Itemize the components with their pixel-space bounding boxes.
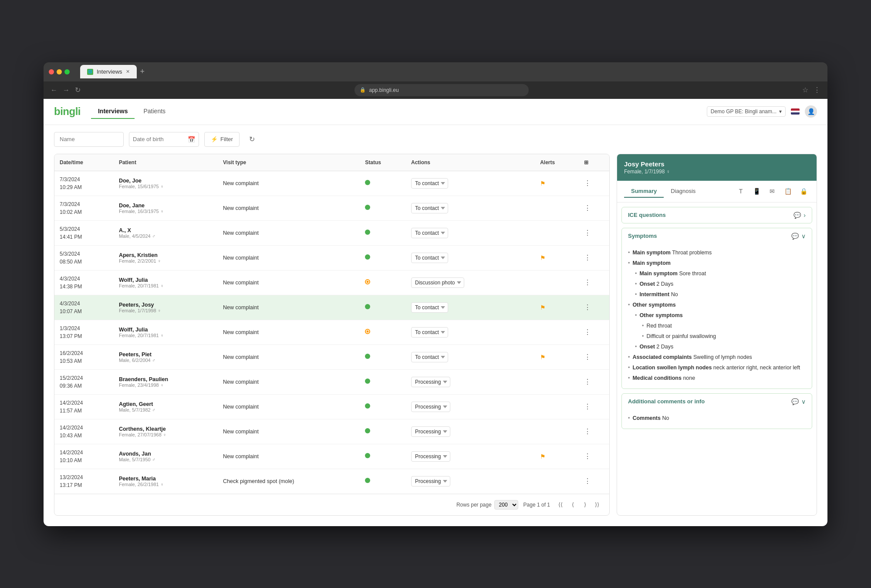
tab-diagnosis[interactable]: Diagnosis: [664, 185, 702, 198]
row-more-button[interactable]: ⋮: [584, 353, 591, 361]
row-more-button[interactable]: ⋮: [584, 278, 591, 287]
text-size-icon[interactable]: T: [735, 185, 747, 197]
action-select[interactable]: Discussion photo: [411, 277, 464, 288]
table-row[interactable]: 14/2/202411:57 AM Agtien, Geert Male, 5/…: [54, 394, 609, 419]
ice-expand-icon[interactable]: ›: [803, 212, 806, 219]
cell-action[interactable]: Processing: [406, 369, 517, 394]
action-select[interactable]: To contact: [411, 327, 448, 338]
row-more-button[interactable]: ⋮: [584, 452, 591, 460]
row-more-button[interactable]: ⋮: [584, 204, 591, 212]
new-tab-icon[interactable]: +: [140, 67, 145, 76]
action-select[interactable]: Processing: [411, 451, 450, 462]
forward-button[interactable]: →: [63, 86, 70, 94]
email-icon[interactable]: ✉: [766, 185, 778, 197]
cell-action[interactable]: To contact: [406, 345, 517, 369]
table-row[interactable]: 1/3/202413:07 PM Wolff, Julia Female, 20…: [54, 320, 609, 345]
action-select[interactable]: To contact: [411, 178, 448, 189]
row-more-button[interactable]: ⋮: [584, 253, 591, 262]
dob-input[interactable]: [133, 136, 185, 142]
cell-action[interactable]: Processing: [406, 444, 517, 469]
action-select[interactable]: To contact: [411, 302, 448, 313]
table-row[interactable]: 5/3/202408:50 AM Apers, Kristien Female,…: [54, 245, 609, 270]
table-row[interactable]: 13/2/202413:17 PM Peeters, Maria Female,…: [54, 469, 609, 493]
additional-section-header[interactable]: Additional comments or info 💬 ∨: [622, 394, 812, 409]
calendar-icon[interactable]: 📅: [188, 136, 195, 143]
user-dropdown[interactable]: Demo GP BE: Bingli anam... ▾: [707, 106, 786, 117]
table-row[interactable]: 5/3/202414:41 PM A., X Male, 4/5/2024 ♂ …: [54, 220, 609, 245]
action-select[interactable]: Processing: [411, 402, 450, 412]
symptom-label: Main symptom: [632, 260, 671, 266]
rows-select[interactable]: 200 50 100: [494, 500, 518, 510]
symptom-item: •Main symptom: [628, 258, 806, 268]
browser-tab[interactable]: 🌐 Interviews ✕: [80, 65, 137, 78]
row-more-button[interactable]: ⋮: [584, 328, 591, 336]
action-select[interactable]: To contact: [411, 228, 448, 238]
action-select[interactable]: Processing: [411, 426, 450, 437]
lock-panel-icon[interactable]: 🔒: [797, 185, 810, 197]
table-row[interactable]: 14/2/202410:10 AM Avonds, Jan Male, 5/7/…: [54, 444, 609, 469]
back-button[interactable]: ←: [51, 86, 57, 94]
bullet-icon: •: [628, 374, 630, 382]
reload-button[interactable]: ↻: [75, 86, 81, 94]
maximize-button[interactable]: [64, 69, 70, 74]
table-row[interactable]: 7/3/202410:29 AM Doe, Joe Female, 15/6/1…: [54, 171, 609, 196]
cell-action[interactable]: Processing: [406, 419, 517, 444]
table-row[interactable]: 15/2/202409:36 AM Braenders, Paulien Fem…: [54, 369, 609, 394]
cell-datetime: 14/2/202410:10 AM: [54, 444, 114, 469]
last-page-button[interactable]: ⟩⟩: [592, 500, 602, 510]
symptoms-comment-icon[interactable]: 💬: [791, 233, 799, 240]
table-row[interactable]: 4/3/202414:38 PM Wolff, Julia Female, 20…: [54, 270, 609, 295]
action-select[interactable]: Processing: [411, 476, 450, 487]
row-more-button[interactable]: ⋮: [584, 477, 591, 485]
ice-comment-icon[interactable]: 💬: [793, 212, 801, 219]
tab-summary[interactable]: Summary: [624, 185, 664, 198]
user-avatar-icon[interactable]: 👤: [805, 105, 817, 118]
name-input[interactable]: [54, 132, 124, 147]
bookmark-icon[interactable]: ☆: [802, 86, 808, 94]
mobile-icon[interactable]: 📱: [750, 185, 763, 197]
next-page-button[interactable]: ⟩: [580, 500, 590, 510]
cell-action[interactable]: To contact: [406, 320, 517, 345]
symptoms-section-header[interactable]: Symptoms 💬 ∨: [622, 228, 812, 244]
cell-action[interactable]: Processing: [406, 394, 517, 419]
row-more-button[interactable]: ⋮: [584, 179, 591, 187]
table-row[interactable]: 4/3/202410:07 AM Peeters, Josy Female, 1…: [54, 295, 609, 320]
minimize-button[interactable]: [57, 69, 62, 74]
nav-patients[interactable]: Patients: [136, 104, 172, 119]
table-row[interactable]: 16/2/202410:53 AM Peeters, Piet Male, 6/…: [54, 345, 609, 369]
filter-button[interactable]: ⚡ Filter: [204, 132, 240, 147]
tab-close-icon[interactable]: ✕: [126, 69, 130, 74]
cell-action[interactable]: To contact: [406, 295, 517, 320]
grid-toggle-icon[interactable]: ⊞: [584, 159, 588, 166]
cell-action[interactable]: To contact: [406, 220, 517, 245]
row-more-button[interactable]: ⋮: [584, 303, 591, 311]
cell-action[interactable]: To contact: [406, 245, 517, 270]
close-button[interactable]: [49, 69, 54, 74]
copy-icon[interactable]: 📋: [782, 185, 794, 197]
additional-collapse-icon[interactable]: ∨: [801, 398, 806, 405]
table-row[interactable]: 7/3/202410:02 AM Doe, Jane Female, 16/3/…: [54, 196, 609, 220]
ice-section-header[interactable]: ICE questions 💬 ›: [622, 207, 812, 223]
row-more-button[interactable]: ⋮: [584, 427, 591, 436]
row-more-button[interactable]: ⋮: [584, 229, 591, 237]
cell-action[interactable]: Processing: [406, 469, 517, 493]
nav-interviews[interactable]: Interviews: [91, 104, 135, 119]
action-select[interactable]: To contact: [411, 352, 448, 362]
cell-action[interactable]: Discussion photo: [406, 270, 517, 295]
first-page-button[interactable]: ⟨⟨: [555, 500, 566, 510]
table-row[interactable]: 14/2/202410:43 AM Corthens, Kleartje Fem…: [54, 419, 609, 444]
symptoms-collapse-icon[interactable]: ∨: [801, 233, 806, 240]
language-flag-icon[interactable]: [791, 108, 800, 115]
action-select[interactable]: To contact: [411, 253, 448, 263]
cell-action[interactable]: To contact: [406, 196, 517, 220]
address-field[interactable]: 🔒 app.bingli.eu: [354, 84, 529, 96]
action-select[interactable]: To contact: [411, 203, 448, 213]
prev-page-button[interactable]: ⟨: [567, 500, 578, 510]
row-more-button[interactable]: ⋮: [584, 402, 591, 411]
cell-action[interactable]: To contact: [406, 171, 517, 196]
action-select[interactable]: Processing: [411, 377, 450, 387]
additional-comment-icon[interactable]: 💬: [791, 398, 799, 405]
refresh-button[interactable]: ↻: [245, 132, 260, 147]
row-more-button[interactable]: ⋮: [584, 378, 591, 386]
more-options-icon[interactable]: ⋮: [814, 86, 820, 94]
